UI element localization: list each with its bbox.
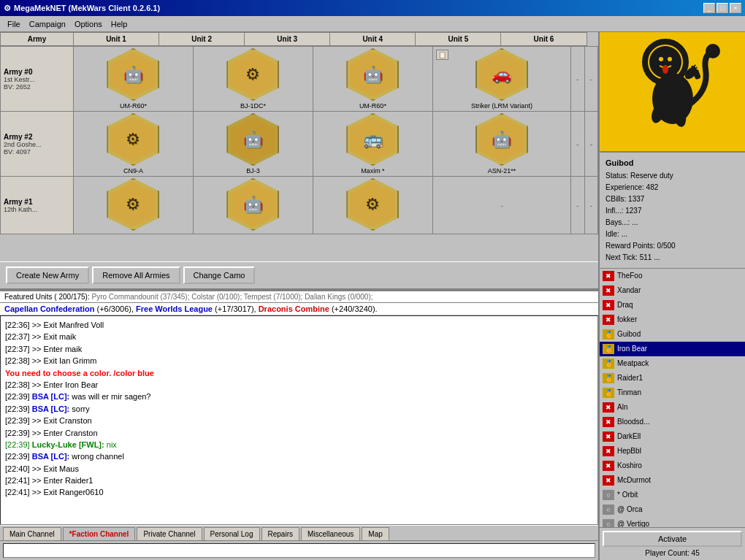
bottom-tab-personal[interactable]: Personal Log: [204, 527, 260, 540]
player-row-1[interactable]: ✖ Xandar: [600, 283, 745, 298]
unit-0-3[interactable]: 📋 🚗 Striker (LRM Variant): [432, 47, 570, 112]
chat-msg-8: [22:39] >> Enter Cranston: [5, 428, 593, 439]
close-button[interactable]: ×: [730, 3, 741, 13]
player-row-15[interactable]: ○ * Orbit: [600, 488, 745, 502]
player-name-6: Meatpack: [617, 359, 649, 367]
faction-icon-10: ✖: [603, 417, 614, 427]
menubar: File Campaign Options Help: [0, 16, 745, 32]
player-row-11[interactable]: ✖ DarkEll: [600, 429, 745, 444]
player-row-12[interactable]: ✖ HepBbI: [600, 444, 745, 459]
remove-all-armies-button[interactable]: Remove All Armies: [92, 266, 180, 284]
player-row-7[interactable]: 🏅 Raider1: [600, 371, 745, 386]
chat-input[interactable]: [3, 543, 595, 558]
menu-campaign[interactable]: Campaign: [25, 18, 70, 30]
bottom-right: Activate Player Count: 45: [600, 527, 745, 560]
player-nexttick: Next Tick: 511 ...: [605, 252, 739, 264]
create-new-army-button[interactable]: Create New Army: [6, 266, 89, 284]
bottom-tab-faction[interactable]: *Faction Channel: [63, 527, 136, 540]
army-sub2-2: BV: 4097: [4, 148, 70, 156]
unit-2-1[interactable]: 🤖 BJ-3: [193, 112, 313, 177]
faction-icon-1: ✖: [603, 285, 614, 296]
player-row-2[interactable]: ✖ Draq: [600, 298, 745, 312]
player-list-scroll[interactable]: ✖ TheFoo ✖ Xandar ✖ Draq ✖ fokker 🏅 G: [600, 269, 745, 527]
faction-icon-7: 🏅: [603, 373, 614, 383]
col-unit2: Unit 2: [159, 33, 245, 46]
army-sub1-2: 2nd Goshe...: [4, 141, 70, 148]
unit-0-5: -: [584, 47, 597, 112]
faction-icon-3: ✖: [603, 315, 614, 325]
player-row-0[interactable]: ✖ TheFoo: [600, 269, 745, 283]
bottom-tab-private[interactable]: Private Channel: [137, 527, 202, 540]
unit-1-1[interactable]: 🤖: [193, 177, 313, 234]
player-row-10[interactable]: ✖ Bloodsd...: [600, 415, 745, 429]
player-row-16[interactable]: ○ @ Orca: [600, 502, 745, 517]
menu-file[interactable]: File: [3, 18, 25, 30]
faction-crest: [614, 35, 731, 148]
player-name-2: Draq: [617, 301, 633, 309]
chat-msg-4: [22:38] >> Enter Iron Bear: [5, 380, 593, 391]
player-row-5[interactable]: 🏅 Iron Bear: [600, 342, 745, 356]
player-row-3[interactable]: ✖ fokker: [600, 312, 745, 327]
fwl-link[interactable]: Free Worlds League: [136, 304, 213, 313]
dc-link[interactable]: Draconis Combine: [259, 304, 329, 313]
activate-button[interactable]: Activate: [603, 531, 742, 547]
player-row-9[interactable]: ✖ Aln: [600, 400, 745, 415]
bottom-tab-main[interactable]: Main Channel: [3, 527, 61, 540]
player-idle: Idle: ...: [605, 229, 739, 240]
bottom-tab-misc[interactable]: Miscellaneous: [301, 527, 360, 540]
svg-point-12: [662, 65, 668, 74]
unit-1-0[interactable]: ⚙: [74, 177, 194, 234]
player-name-8: Tinman: [617, 388, 641, 396]
player-row-14[interactable]: ✖ McDurmot: [600, 473, 745, 488]
chat-msg-5: [22:39] BSA [LC]: was will er mir sagen?: [5, 391, 593, 402]
col-unit3: Unit 3: [245, 33, 330, 46]
chat-msg-1: [22:37] >> Exit maik: [5, 331, 593, 342]
army-name-2: Army #2: [4, 133, 70, 141]
faction-icon-11: ✖: [603, 431, 614, 442]
unit-0-0[interactable]: 🤖 UM-R60*: [74, 47, 194, 112]
chat-msg-7: [22:39] >> Exit Cranston: [5, 415, 593, 426]
unit-2-0[interactable]: ⚙ CN9-A: [74, 112, 194, 177]
unit-2-2[interactable]: 🚌 Maxim *: [313, 112, 432, 177]
unit-2-4: -: [571, 112, 584, 177]
col-unit5: Unit 5: [416, 33, 501, 46]
player-name-7: Raider1: [617, 374, 643, 382]
unit-1-4: -: [571, 177, 584, 234]
faction-icon-17: ○: [603, 519, 614, 527]
bottom-tab-bar: Main Channel *Faction Channel Private Ch…: [0, 525, 598, 540]
maximize-button[interactable]: □: [717, 3, 728, 13]
change-camo-button[interactable]: Change Camo: [183, 266, 256, 284]
faction-icon-14: ✖: [603, 475, 614, 486]
player-row-6[interactable]: 🏅 Meatpack: [600, 356, 745, 371]
window-title: ⚙ MegaMekNET (MekWars Client 0.2.6.1): [4, 4, 160, 13]
unit-0-2[interactable]: 🤖 UM-R60*: [313, 47, 432, 112]
menu-help[interactable]: Help: [107, 18, 132, 30]
player-reward: Reward Points: 0/500: [605, 240, 739, 252]
input-area: [0, 540, 598, 560]
faction-icon-12: ✖: [603, 446, 614, 456]
player-name-4: Guibod: [617, 330, 641, 338]
bottom-tab-map[interactable]: Map: [362, 527, 389, 540]
unit-2-3[interactable]: 🤖 ASN-21**: [432, 112, 570, 177]
player-status: Status: Reserve duty: [605, 170, 739, 182]
menu-options[interactable]: Options: [70, 18, 107, 30]
army-sub2-0: BV: 2652: [4, 83, 70, 91]
faction-icon-5: 🏅: [603, 344, 614, 354]
player-name-13: Koshiro: [617, 461, 642, 469]
faction-icon-6: 🏅: [603, 358, 614, 369]
player-row-17[interactable]: ○ @ Vertigo: [600, 517, 745, 527]
player-name-16: @ Orca: [617, 505, 643, 513]
unit-0-1[interactable]: ⚙ BJ-1DC*: [193, 47, 313, 112]
player-name-15: * Orbit: [617, 491, 638, 499]
player-row-4[interactable]: 🏅 Guibod: [600, 327, 745, 342]
player-experience: Experience: 482: [605, 182, 739, 193]
army-name-1: Army #1: [4, 198, 70, 206]
minimize-button[interactable]: _: [703, 3, 715, 13]
player-row-8[interactable]: 🏅 Tinman: [600, 386, 745, 400]
unit-1-2[interactable]: ⚙: [313, 177, 432, 234]
capellan-link[interactable]: Capellan Confederation: [4, 304, 94, 313]
bottom-tab-repairs[interactable]: Repairs: [261, 527, 299, 540]
player-row-13[interactable]: ✖ Koshiro: [600, 459, 745, 473]
chat-area[interactable]: [22:36] >> Exit Manfred Voll [22:37] >> …: [0, 315, 598, 525]
faction-icon-2: ✖: [603, 300, 614, 310]
